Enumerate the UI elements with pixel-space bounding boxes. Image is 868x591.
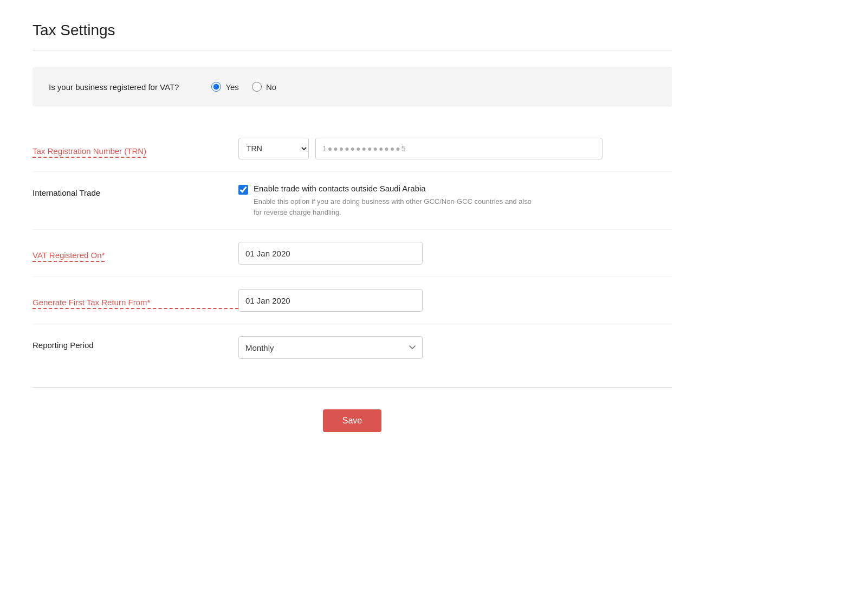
bottom-divider	[33, 387, 672, 388]
generate-first-tax-label-group: Generate First Tax Return From* ?	[33, 293, 238, 309]
vat-registered-on-row: VAT Registered On*	[33, 230, 672, 277]
generate-first-tax-label-wrapper: Generate First Tax Return From* ?	[33, 289, 238, 309]
page-title: Tax Settings	[33, 22, 672, 39]
international-trade-sub-label: Enable this option if you are doing busi…	[254, 196, 535, 217]
page-container: Tax Settings Is your business registered…	[0, 0, 704, 465]
international-trade-checkbox-wrapper: Enable trade with contacts outside Saudi…	[238, 184, 535, 217]
form-section: Tax Registration Number (TRN) TRN Intern…	[33, 126, 672, 371]
vat-yes-label: Yes	[225, 82, 238, 92]
vat-question-label: Is your business registered for VAT?	[49, 82, 179, 92]
vat-yes-option[interactable]: Yes	[211, 82, 238, 92]
trn-control-wrapper: TRN	[238, 138, 672, 159]
reporting-period-row: Reporting Period Monthly Quarterly Annua…	[33, 324, 672, 371]
reporting-period-control: Monthly Quarterly Annually	[238, 336, 672, 359]
trn-row: Tax Registration Number (TRN) TRN	[33, 126, 672, 172]
international-trade-control: Enable trade with contacts outside Saudi…	[238, 184, 672, 217]
vat-no-label: No	[266, 82, 276, 92]
vat-registered-on-input[interactable]	[238, 242, 423, 265]
vat-yes-radio[interactable]	[211, 82, 221, 92]
vat-question-section: Is your business registered for VAT? Yes…	[33, 67, 672, 107]
reporting-period-label-wrapper: Reporting Period	[33, 336, 238, 350]
vat-registered-on-label-wrapper: VAT Registered On*	[33, 242, 238, 262]
title-divider	[33, 50, 672, 50]
vat-registered-on-control	[238, 242, 672, 265]
trn-label-wrapper: Tax Registration Number (TRN)	[33, 138, 238, 158]
generate-first-tax-row: Generate First Tax Return From* ?	[33, 277, 672, 324]
reporting-period-select[interactable]: Monthly Quarterly Annually	[238, 336, 423, 359]
vat-no-radio[interactable]	[252, 82, 262, 92]
trn-label: Tax Registration Number (TRN)	[33, 142, 146, 158]
international-trade-label-wrapper: International Trade	[33, 184, 238, 197]
save-button[interactable]: Save	[323, 409, 381, 432]
international-trade-checkbox[interactable]	[238, 185, 248, 195]
international-trade-main-label: Enable trade with contacts outside Saudi…	[254, 184, 535, 193]
generate-first-tax-control	[238, 289, 672, 312]
save-section: Save	[33, 404, 672, 443]
international-trade-label-group: Enable trade with contacts outside Saudi…	[254, 184, 535, 217]
vat-radio-group: Yes No	[211, 82, 276, 92]
vat-no-option[interactable]: No	[252, 82, 276, 92]
generate-first-tax-label: Generate First Tax Return From*	[33, 293, 238, 309]
vat-registered-on-label: VAT Registered On*	[33, 246, 105, 262]
trn-type-select[interactable]: TRN	[238, 138, 309, 159]
international-trade-label: International Trade	[33, 184, 100, 197]
reporting-period-label: Reporting Period	[33, 336, 94, 350]
international-trade-row: International Trade Enable trade with co…	[33, 172, 672, 230]
generate-first-tax-input[interactable]	[238, 289, 423, 312]
trn-number-input[interactable]	[315, 138, 603, 159]
